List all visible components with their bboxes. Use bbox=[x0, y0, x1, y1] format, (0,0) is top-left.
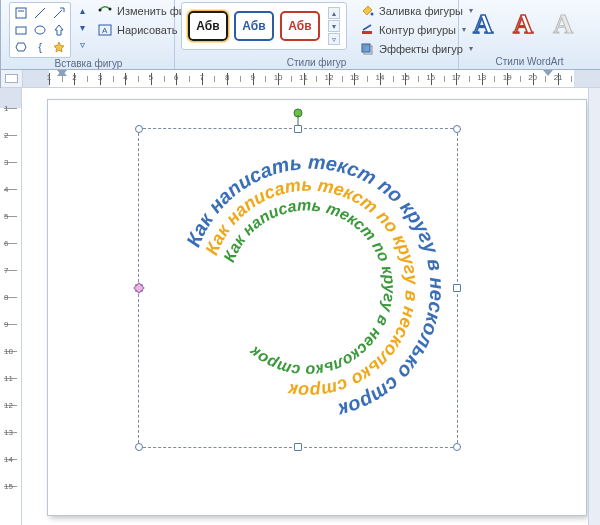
ruler-number: 18 bbox=[477, 73, 486, 82]
svg-text:Как написать текст по кругу в : Как написать текст по кругу в несколько … bbox=[220, 196, 398, 379]
ruler-number: 4 bbox=[123, 73, 127, 82]
style-swatch-3[interactable]: Абв bbox=[280, 11, 320, 41]
shape-brace-icon[interactable]: { bbox=[31, 39, 49, 55]
style-swatch-1[interactable]: Абв bbox=[188, 11, 228, 41]
vruler-number: 10 bbox=[4, 347, 13, 356]
ruler-number: 8 bbox=[225, 73, 229, 82]
svg-point-6 bbox=[99, 8, 102, 11]
ruler-number: 9 bbox=[250, 73, 254, 82]
gallery-down-icon[interactable]: ▾ bbox=[75, 19, 89, 35]
ruler-corner bbox=[1, 70, 23, 87]
shape-line-icon[interactable] bbox=[31, 5, 49, 21]
vruler-number: 14 bbox=[4, 455, 13, 464]
svg-point-10 bbox=[371, 12, 374, 15]
style-gallery-more-icon[interactable]: ▿ bbox=[328, 33, 340, 45]
workspace: 123456789101112131415 bbox=[0, 88, 600, 525]
shape-oval-icon[interactable] bbox=[31, 22, 49, 38]
vruler-number: 4 bbox=[4, 185, 8, 194]
group-insert-shapes: { ▴ ▾ ▿ Изменить фигуру ▾ A Нарисовать н… bbox=[3, 0, 175, 69]
vruler-number: 11 bbox=[4, 374, 13, 383]
style-swatch-2[interactable]: Абв bbox=[234, 11, 274, 41]
wordart-object[interactable]: Как написать текст по кругу в несколько … bbox=[139, 129, 457, 447]
ruler-number: 5 bbox=[149, 73, 153, 82]
svg-point-7 bbox=[109, 7, 112, 10]
shape-rect-icon[interactable] bbox=[12, 22, 30, 38]
ribbon: { ▴ ▾ ▿ Изменить фигуру ▾ A Нарисовать н… bbox=[1, 0, 600, 70]
shapes-gallery[interactable]: { bbox=[9, 2, 71, 58]
svg-line-2 bbox=[35, 8, 45, 18]
svg-rect-0 bbox=[16, 8, 26, 18]
vruler-number: 5 bbox=[4, 212, 8, 221]
shape-star-icon[interactable] bbox=[50, 39, 68, 55]
vruler-number: 6 bbox=[4, 239, 8, 248]
vruler-number: 3 bbox=[4, 158, 8, 167]
svg-text:A: A bbox=[102, 26, 108, 35]
ruler-number: 16 bbox=[426, 73, 435, 82]
effects-icon bbox=[359, 41, 375, 57]
vruler-number: 1 bbox=[4, 104, 8, 113]
style-gallery-up-icon[interactable]: ▴ bbox=[328, 7, 340, 19]
gallery-more-icon[interactable]: ▿ bbox=[75, 36, 89, 52]
ruler-number: 15 bbox=[401, 73, 410, 82]
shape-effects-label: Эффекты фигур bbox=[379, 43, 463, 55]
vruler-number: 2 bbox=[4, 131, 8, 140]
style-gallery-down-icon[interactable]: ▾ bbox=[328, 20, 340, 32]
ruler-number: 10 bbox=[274, 73, 283, 82]
shapes-gallery-nav: ▴ ▾ ▿ bbox=[75, 2, 89, 52]
svg-rect-11 bbox=[362, 31, 372, 34]
vruler-number: 9 bbox=[4, 320, 8, 329]
ruler-number: 2 bbox=[72, 73, 76, 82]
vruler-number: 12 bbox=[4, 401, 13, 410]
shape-uparrow-icon[interactable] bbox=[50, 22, 68, 38]
ruler-number: 14 bbox=[375, 73, 384, 82]
vertical-scrollbar[interactable] bbox=[588, 88, 600, 525]
gallery-up-icon[interactable]: ▴ bbox=[75, 2, 89, 18]
group-label-wordart: Стили WordArt bbox=[465, 56, 594, 69]
ruler-number: 7 bbox=[199, 73, 203, 82]
wordart-preset-1[interactable]: A bbox=[465, 6, 501, 42]
ruler-row: 123456789101112131415161718192021 bbox=[1, 70, 600, 88]
svg-rect-4 bbox=[16, 27, 26, 34]
selection-box[interactable]: Как написать текст по кругу в несколько … bbox=[138, 128, 458, 448]
ruler-number: 19 bbox=[503, 73, 512, 82]
wordart-preset-3[interactable]: A bbox=[545, 6, 581, 42]
shape-fill-label: Заливка фигуры bbox=[379, 5, 463, 17]
vertical-ruler[interactable]: 123456789101112131415 bbox=[0, 88, 22, 525]
vruler-number: 7 bbox=[4, 266, 8, 275]
textbox-icon: A bbox=[97, 22, 113, 38]
shape-arrow-icon[interactable] bbox=[50, 5, 68, 21]
ruler-number: 1 bbox=[47, 73, 51, 82]
ruler-number: 12 bbox=[325, 73, 334, 82]
vruler-number: 13 bbox=[4, 428, 13, 437]
ruler-number: 17 bbox=[452, 73, 461, 82]
shape-style-gallery[interactable]: Абв Абв Абв ▴ ▾ ▿ bbox=[181, 2, 347, 50]
group-shape-styles: Абв Абв Абв ▴ ▾ ▿ Заливка фигуры ▾ Конту… bbox=[175, 0, 459, 69]
svg-rect-12 bbox=[362, 44, 370, 52]
ruler-number: 13 bbox=[350, 73, 359, 82]
svg-line-3 bbox=[54, 10, 62, 18]
ruler-number: 6 bbox=[174, 73, 178, 82]
group-label-styles: Стили фигур bbox=[181, 57, 452, 70]
edit-shape-icon bbox=[97, 3, 113, 19]
horizontal-ruler[interactable]: 123456789101112131415161718192021 bbox=[23, 70, 600, 87]
paint-bucket-icon bbox=[359, 3, 375, 19]
shape-hex-icon[interactable] bbox=[12, 39, 30, 55]
ruler-number: 3 bbox=[98, 73, 102, 82]
page: Как написать текст по кругу в несколько … bbox=[48, 100, 586, 515]
shape-outline-label: Контур фигуры bbox=[379, 24, 456, 36]
wordart-gallery[interactable]: A A A bbox=[465, 2, 581, 42]
pen-outline-icon bbox=[359, 22, 375, 38]
canvas-area[interactable]: Как написать текст по кругу в несколько … bbox=[22, 88, 600, 525]
ruler-number: 11 bbox=[299, 73, 308, 82]
style-gallery-nav: ▴ ▾ ▿ bbox=[328, 7, 340, 45]
shape-textbox-icon[interactable] bbox=[12, 5, 30, 21]
vruler-number: 15 bbox=[4, 482, 13, 491]
wordart-preset-2[interactable]: A bbox=[505, 6, 541, 42]
vruler-number: 8 bbox=[4, 293, 8, 302]
group-wordart-styles: A A A Стили WordArt bbox=[459, 0, 600, 69]
svg-point-5 bbox=[35, 26, 45, 34]
ruler-number: 21 bbox=[554, 73, 563, 82]
ruler-number: 20 bbox=[528, 73, 537, 82]
ring-text-3: Как написать текст по кругу в несколько … bbox=[220, 196, 398, 379]
